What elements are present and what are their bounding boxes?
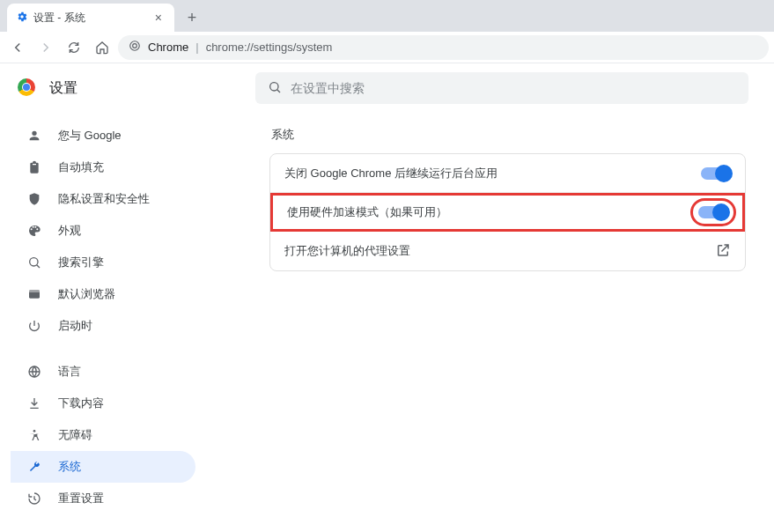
browser-toolbar: Chrome | chrome://settings/system xyxy=(0,32,774,63)
row-open-proxy[interactable]: 打开您计算机的代理设置 xyxy=(270,232,745,270)
svg-point-3 xyxy=(30,258,38,266)
sidebar-item-downloads[interactable]: 下载内容 xyxy=(11,388,195,419)
restore-icon xyxy=(26,491,42,506)
svg-point-1 xyxy=(133,44,137,48)
toggle-switch[interactable] xyxy=(701,167,731,180)
svg-point-2 xyxy=(269,82,277,90)
row-label: 打开您计算机的代理设置 xyxy=(284,243,715,259)
download-icon xyxy=(26,396,42,410)
sidebar-item-appearance[interactable]: 外观 xyxy=(11,215,195,247)
chrome-page-icon xyxy=(129,40,141,55)
external-link-icon xyxy=(715,242,731,261)
sidebar-item-accessibility[interactable]: 无障碍 xyxy=(11,419,195,451)
browser-tab[interactable]: 设置 - 系统 × xyxy=(7,4,174,32)
row-hardware-acceleration[interactable]: 使用硬件加速模式（如果可用） xyxy=(270,193,745,232)
settings-brand: 设置 xyxy=(18,78,247,98)
tab-title: 设置 - 系统 xyxy=(33,11,85,26)
sidebar-item-label: 搜索引擎 xyxy=(58,255,104,270)
sidebar-item-label: 无障碍 xyxy=(58,427,92,443)
system-card: 关闭 Google Chrome 后继续运行后台应用 使用硬件加速模式（如果可用… xyxy=(269,153,746,271)
toggle-switch[interactable] xyxy=(698,206,728,218)
sidebar-item-label: 您与 Google xyxy=(58,128,122,144)
address-bar[interactable]: Chrome | chrome://settings/system xyxy=(118,35,769,60)
settings-header: 设置 xyxy=(0,63,774,113)
sidebar-item-label: 下载内容 xyxy=(58,395,104,411)
globe-icon xyxy=(26,365,42,379)
sidebar-item-label: 自动填充 xyxy=(58,159,104,175)
svg-point-7 xyxy=(33,430,36,432)
search-icon xyxy=(26,255,42,270)
tab-strip: 设置 - 系统 × + xyxy=(0,0,774,32)
person-icon xyxy=(26,129,42,143)
sidebar-item-languages[interactable]: 语言 xyxy=(11,356,195,388)
sidebar-item-label: 默认浏览器 xyxy=(58,286,115,302)
row-label: 使用硬件加速模式（如果可用） xyxy=(287,204,698,220)
omnibox-path: chrome://settings/system xyxy=(206,41,333,54)
reload-button[interactable] xyxy=(62,35,86,60)
power-icon xyxy=(26,319,42,333)
forward-button[interactable] xyxy=(33,35,58,60)
gear-icon xyxy=(16,11,28,26)
sidebar-item-system[interactable]: 系统 xyxy=(11,451,195,483)
sidebar-item-label: 启动时 xyxy=(58,318,92,334)
settings-search-input[interactable] xyxy=(291,81,736,95)
shield-icon xyxy=(26,192,42,206)
svg-rect-5 xyxy=(29,290,40,292)
sidebar-item-reset[interactable]: 重置设置 xyxy=(11,483,195,514)
sidebar-item-you-and-google[interactable]: 您与 Google xyxy=(11,120,195,151)
sidebar-item-search-engine[interactable]: 搜索引擎 xyxy=(11,247,195,278)
sidebar-item-label: 隐私设置和安全性 xyxy=(58,191,150,207)
close-icon[interactable]: × xyxy=(151,11,166,25)
browser-icon xyxy=(26,287,42,301)
sidebar-item-label: 重置设置 xyxy=(58,491,104,506)
sidebar-item-default-browser[interactable]: 默认浏览器 xyxy=(11,278,195,310)
sidebar-item-extensions[interactable]: 扩展程序 xyxy=(11,528,195,532)
new-tab-button[interactable]: + xyxy=(180,5,204,30)
back-button[interactable] xyxy=(5,35,30,60)
sidebar-item-label: 外观 xyxy=(58,223,81,239)
section-title: 系统 xyxy=(271,127,746,143)
settings-main: 系统 关闭 Google Chrome 后继续运行后台应用 使用硬件加速模式（如… xyxy=(195,113,763,532)
settings-search[interactable] xyxy=(255,72,748,104)
sidebar-item-label: 语言 xyxy=(58,364,81,380)
svg-point-0 xyxy=(130,41,140,51)
sidebar-item-privacy[interactable]: 隐私设置和安全性 xyxy=(11,183,195,215)
chrome-logo-icon xyxy=(18,78,37,98)
row-background-apps[interactable]: 关闭 Google Chrome 后继续运行后台应用 xyxy=(270,154,745,193)
sidebar-item-autofill[interactable]: 自动填充 xyxy=(11,151,195,183)
clipboard-icon xyxy=(26,160,42,174)
omnibox-host: Chrome xyxy=(148,41,188,54)
accessibility-icon xyxy=(26,428,42,442)
wrench-icon xyxy=(26,460,42,474)
home-button[interactable] xyxy=(90,35,114,60)
settings-sidebar: 您与 Google 自动填充 隐私设置和安全性 外观 搜索引擎 默认浏览器 启动… xyxy=(11,113,195,532)
sidebar-item-on-startup[interactable]: 启动时 xyxy=(11,310,195,342)
row-label: 关闭 Google Chrome 后继续运行后台应用 xyxy=(284,166,701,181)
palette-icon xyxy=(26,224,42,238)
sidebar-item-label: 系统 xyxy=(58,459,81,475)
search-icon xyxy=(268,80,282,97)
settings-title: 设置 xyxy=(49,79,77,98)
